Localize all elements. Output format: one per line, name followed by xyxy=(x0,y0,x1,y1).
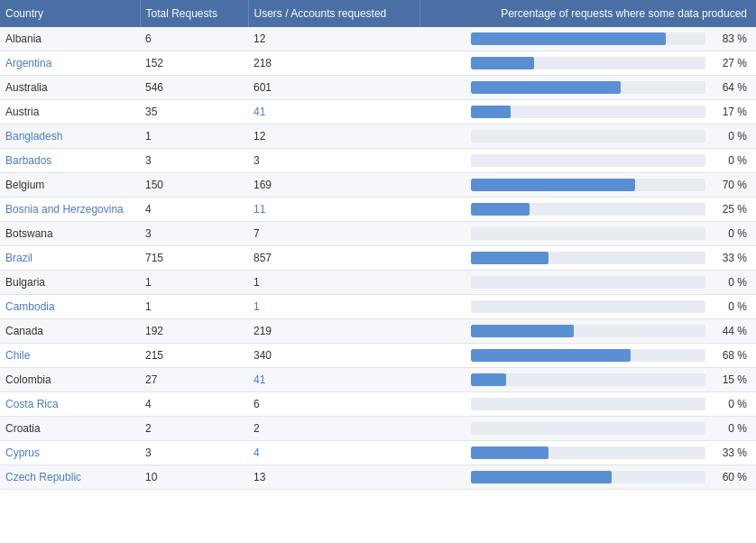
table-row: Colombia274115 % xyxy=(0,368,756,392)
table-row: Barbados330 % xyxy=(0,149,756,173)
bar-fill xyxy=(471,179,635,191)
users-link[interactable]: 41 xyxy=(254,106,265,118)
bar-container: 0 % xyxy=(425,227,747,240)
country-link[interactable]: Cambodia xyxy=(5,300,55,313)
cell-country[interactable]: Chile xyxy=(0,344,140,368)
cell-pct: 15 % xyxy=(419,368,756,392)
bar-container: 27 % xyxy=(425,57,747,69)
pct-label: 0 % xyxy=(711,154,747,167)
cell-country[interactable]: Costa Rica xyxy=(0,392,140,417)
country-link[interactable]: Barbados xyxy=(5,154,51,167)
cell-total: 3 xyxy=(140,441,248,465)
country-link[interactable]: Cyprus xyxy=(5,446,40,459)
country-link[interactable]: Bangladesh xyxy=(5,130,62,143)
cell-pct: 0 % xyxy=(419,149,756,173)
pct-label: 0 % xyxy=(711,130,747,143)
pct-label: 27 % xyxy=(711,57,747,69)
cell-total: 3 xyxy=(140,222,248,246)
bar-wrapper xyxy=(471,57,705,69)
pct-label: 44 % xyxy=(711,325,747,337)
table-row: Brazil71585733 % xyxy=(0,246,756,271)
bar-fill xyxy=(471,373,506,386)
cell-country: Australia xyxy=(0,76,140,100)
cell-total: 3 xyxy=(140,149,248,173)
bar-container: 70 % xyxy=(425,179,747,191)
cell-country: Canada xyxy=(0,319,140,344)
table-row: Costa Rica460 % xyxy=(0,392,756,417)
cell-country[interactable]: Bosnia and Herzegovina xyxy=(0,198,140,222)
cell-total: 1 xyxy=(140,271,248,295)
bar-fill xyxy=(471,57,534,69)
cell-users[interactable]: 11 xyxy=(248,198,419,222)
cell-users: 7 xyxy=(248,222,419,246)
country-link[interactable]: Argentina xyxy=(5,57,51,69)
bar-wrapper xyxy=(471,471,705,483)
bar-container: 33 % xyxy=(425,446,747,459)
pct-label: 33 % xyxy=(711,446,747,459)
users-link[interactable]: 4 xyxy=(254,446,260,459)
cell-pct: 83 % xyxy=(419,27,756,51)
pct-label: 0 % xyxy=(711,398,747,410)
table-row: Cambodia110 % xyxy=(0,295,756,319)
bar-wrapper xyxy=(471,325,705,337)
pct-label: 68 % xyxy=(711,349,747,362)
country-link[interactable]: Chile xyxy=(5,349,30,362)
bar-fill xyxy=(471,446,549,459)
users-link[interactable]: 1 xyxy=(254,300,260,313)
bar-container: 0 % xyxy=(425,154,747,167)
country-link[interactable]: Czech Republic xyxy=(5,471,81,483)
cell-country[interactable]: Argentina xyxy=(0,51,140,76)
cell-total: 1 xyxy=(140,295,248,319)
country-link[interactable]: Bosnia and Herzegovina xyxy=(5,203,124,216)
cell-total: 715 xyxy=(140,246,248,271)
cell-users[interactable]: 41 xyxy=(248,368,419,392)
bar-wrapper xyxy=(471,227,705,240)
cell-total: 6 xyxy=(140,27,248,51)
cell-users[interactable]: 4 xyxy=(248,441,419,465)
users-link[interactable]: 11 xyxy=(254,203,265,216)
cell-users: 12 xyxy=(248,27,419,51)
bar-fill xyxy=(471,471,612,483)
bar-container: 68 % xyxy=(425,349,747,362)
cell-pct: 0 % xyxy=(419,222,756,246)
table-row: Chile21534068 % xyxy=(0,344,756,368)
cell-pct: 33 % xyxy=(419,441,756,465)
cell-pct: 0 % xyxy=(419,392,756,417)
country-link[interactable]: Brazil xyxy=(5,252,32,264)
cell-country[interactable]: Brazil xyxy=(0,246,140,271)
pct-label: 0 % xyxy=(711,276,747,289)
cell-total: 4 xyxy=(140,392,248,417)
bar-container: 60 % xyxy=(425,471,747,483)
cell-users: 3 xyxy=(248,149,419,173)
bar-wrapper xyxy=(471,106,705,118)
header-country: Country xyxy=(0,0,140,27)
bar-wrapper xyxy=(471,373,705,386)
cell-country[interactable]: Czech Republic xyxy=(0,465,140,490)
cell-country[interactable]: Cambodia xyxy=(0,295,140,319)
cell-total: 10 xyxy=(140,465,248,490)
users-link[interactable]: 41 xyxy=(254,373,265,386)
cell-country: Austria xyxy=(0,100,140,124)
cell-pct: 17 % xyxy=(419,100,756,124)
table-row: Argentina15221827 % xyxy=(0,51,756,76)
bar-container: 33 % xyxy=(425,252,747,264)
cell-users: 6 xyxy=(248,392,419,417)
data-table: Country Total Requests Users / Accounts … xyxy=(0,0,756,490)
bar-container: 0 % xyxy=(425,422,747,435)
bar-wrapper xyxy=(471,81,705,94)
cell-users[interactable]: 1 xyxy=(248,295,419,319)
bar-container: 64 % xyxy=(425,81,747,94)
country-link[interactable]: Costa Rica xyxy=(5,398,59,410)
pct-label: 17 % xyxy=(711,106,747,118)
cell-total: 546 xyxy=(140,76,248,100)
cell-country[interactable]: Barbados xyxy=(0,149,140,173)
bar-fill xyxy=(471,203,530,216)
pct-label: 33 % xyxy=(711,252,747,264)
cell-pct: 60 % xyxy=(419,465,756,490)
cell-country[interactable]: Cyprus xyxy=(0,441,140,465)
cell-users[interactable]: 41 xyxy=(248,100,419,124)
table-row: Bangladesh1120 % xyxy=(0,124,756,149)
header-users: Users / Accounts requested xyxy=(248,0,419,27)
cell-country[interactable]: Bangladesh xyxy=(0,124,140,149)
cell-country: Botswana xyxy=(0,222,140,246)
